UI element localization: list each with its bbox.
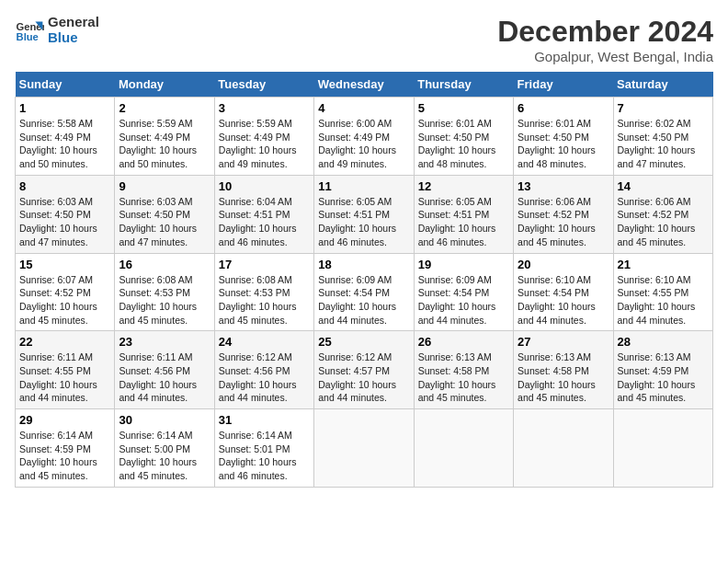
day-number: 9 (119, 179, 210, 193)
day-number: 15 (19, 258, 110, 271)
svg-text:Blue: Blue (17, 31, 39, 42)
logo-line2: Blue (48, 30, 99, 46)
day-number: 22 (19, 335, 110, 349)
day-number: 3 (219, 101, 310, 115)
day-header-sunday: Sunday (16, 72, 115, 98)
day-number: 23 (119, 335, 210, 349)
day-info: Sunrise: 6:03 AM Sunset: 4:50 PM Dayligh… (119, 195, 210, 249)
day-header-friday: Friday (514, 72, 613, 98)
calendar-day-23: 23Sunrise: 6:11 AM Sunset: 4:56 PM Dayli… (115, 331, 214, 409)
day-info: Sunrise: 6:01 AM Sunset: 4:50 PM Dayligh… (418, 117, 509, 171)
day-info: Sunrise: 6:06 AM Sunset: 4:52 PM Dayligh… (618, 195, 709, 249)
day-info: Sunrise: 6:12 AM Sunset: 4:56 PM Dayligh… (219, 350, 310, 405)
day-number: 2 (119, 101, 210, 115)
day-info: Sunrise: 6:13 AM Sunset: 4:58 PM Dayligh… (518, 350, 609, 405)
day-number: 5 (418, 101, 509, 115)
calendar-day-7: 7Sunrise: 6:02 AM Sunset: 4:50 PM Daylig… (613, 98, 712, 176)
calendar-day-12: 12Sunrise: 6:05 AM Sunset: 4:51 PM Dayli… (414, 175, 513, 253)
calendar-day-28: 28Sunrise: 6:13 AM Sunset: 4:59 PM Dayli… (613, 331, 712, 409)
day-number: 7 (618, 101, 709, 115)
day-info: Sunrise: 6:07 AM Sunset: 4:52 PM Dayligh… (19, 273, 110, 327)
day-number: 29 (19, 413, 110, 427)
calendar-day-27: 27Sunrise: 6:13 AM Sunset: 4:58 PM Dayli… (514, 331, 613, 409)
logo-icon: General Blue (15, 16, 44, 45)
day-info: Sunrise: 6:10 AM Sunset: 4:55 PM Dayligh… (618, 273, 709, 327)
day-info: Sunrise: 6:06 AM Sunset: 4:52 PM Dayligh… (518, 195, 609, 249)
day-info: Sunrise: 6:13 AM Sunset: 4:59 PM Dayligh… (618, 350, 709, 405)
empty-cell (514, 409, 613, 488)
day-number: 12 (418, 179, 509, 193)
day-number: 16 (119, 258, 210, 271)
day-number: 6 (518, 101, 609, 115)
empty-cell (314, 409, 414, 488)
day-info: Sunrise: 6:11 AM Sunset: 4:55 PM Dayligh… (19, 350, 110, 405)
day-number: 18 (318, 258, 409, 271)
calendar-day-30: 30Sunrise: 6:14 AM Sunset: 5:00 PM Dayli… (115, 409, 214, 488)
calendar-day-6: 6Sunrise: 6:01 AM Sunset: 4:50 PM Daylig… (514, 98, 613, 176)
empty-cell (613, 409, 712, 488)
day-number: 11 (318, 179, 409, 193)
day-number: 28 (618, 335, 709, 349)
day-number: 14 (618, 179, 709, 193)
calendar-day-4: 4Sunrise: 6:00 AM Sunset: 4:49 PM Daylig… (314, 98, 414, 176)
title-block: December 2024 Gopalpur, West Bengal, Ind… (497, 15, 713, 64)
day-info: Sunrise: 6:12 AM Sunset: 4:57 PM Dayligh… (318, 350, 409, 405)
day-info: Sunrise: 6:08 AM Sunset: 4:53 PM Dayligh… (119, 273, 210, 327)
day-info: Sunrise: 6:08 AM Sunset: 4:53 PM Dayligh… (219, 273, 310, 327)
day-info: Sunrise: 6:13 AM Sunset: 4:58 PM Dayligh… (418, 350, 509, 405)
empty-cell (414, 409, 513, 488)
calendar-day-13: 13Sunrise: 6:06 AM Sunset: 4:52 PM Dayli… (514, 175, 613, 253)
month-title: December 2024 (497, 15, 713, 49)
days-header-row: SundayMondayTuesdayWednesdayThursdayFrid… (16, 72, 713, 98)
calendar-week-1: 1Sunrise: 5:58 AM Sunset: 4:49 PM Daylig… (16, 98, 713, 176)
calendar-day-24: 24Sunrise: 6:12 AM Sunset: 4:56 PM Dayli… (214, 331, 313, 409)
day-header-monday: Monday (115, 72, 214, 98)
day-info: Sunrise: 6:10 AM Sunset: 4:54 PM Dayligh… (518, 273, 609, 327)
day-header-thursday: Thursday (414, 72, 513, 98)
calendar-day-19: 19Sunrise: 6:09 AM Sunset: 4:54 PM Dayli… (414, 253, 513, 331)
calendar-week-4: 22Sunrise: 6:11 AM Sunset: 4:55 PM Dayli… (16, 331, 713, 409)
location: Gopalpur, West Bengal, India (497, 49, 713, 64)
day-number: 10 (219, 179, 310, 193)
calendar-day-17: 17Sunrise: 6:08 AM Sunset: 4:53 PM Dayli… (214, 253, 313, 331)
calendar-week-2: 8Sunrise: 6:03 AM Sunset: 4:50 PM Daylig… (16, 175, 713, 253)
calendar-day-11: 11Sunrise: 6:05 AM Sunset: 4:51 PM Dayli… (314, 175, 414, 253)
calendar-day-8: 8Sunrise: 6:03 AM Sunset: 4:50 PM Daylig… (16, 175, 115, 253)
day-info: Sunrise: 6:02 AM Sunset: 4:50 PM Dayligh… (618, 117, 709, 171)
calendar-day-29: 29Sunrise: 6:14 AM Sunset: 4:59 PM Dayli… (16, 409, 115, 488)
calendar-day-9: 9Sunrise: 6:03 AM Sunset: 4:50 PM Daylig… (115, 175, 214, 253)
day-number: 17 (219, 258, 310, 271)
calendar-day-10: 10Sunrise: 6:04 AM Sunset: 4:51 PM Dayli… (214, 175, 313, 253)
calendar-day-20: 20Sunrise: 6:10 AM Sunset: 4:54 PM Dayli… (514, 253, 613, 331)
calendar-table: SundayMondayTuesdayWednesdayThursdayFrid… (15, 72, 713, 488)
day-number: 26 (418, 335, 509, 349)
calendar-week-3: 15Sunrise: 6:07 AM Sunset: 4:52 PM Dayli… (16, 253, 713, 331)
day-info: Sunrise: 6:11 AM Sunset: 4:56 PM Dayligh… (119, 350, 210, 405)
day-info: Sunrise: 6:09 AM Sunset: 4:54 PM Dayligh… (318, 273, 409, 327)
calendar-day-14: 14Sunrise: 6:06 AM Sunset: 4:52 PM Dayli… (613, 175, 712, 253)
day-header-saturday: Saturday (613, 72, 712, 98)
day-number: 31 (219, 413, 310, 427)
calendar-day-31: 31Sunrise: 6:14 AM Sunset: 5:01 PM Dayli… (214, 409, 313, 488)
logo-line1: General (48, 15, 99, 30)
day-info: Sunrise: 6:01 AM Sunset: 4:50 PM Dayligh… (518, 117, 609, 171)
day-number: 27 (518, 335, 609, 349)
day-info: Sunrise: 6:14 AM Sunset: 5:00 PM Dayligh… (119, 429, 210, 483)
day-info: Sunrise: 6:03 AM Sunset: 4:50 PM Dayligh… (19, 195, 110, 249)
day-number: 30 (119, 413, 210, 427)
logo: General Blue General Blue (15, 15, 99, 45)
day-number: 21 (618, 258, 709, 271)
calendar-day-1: 1Sunrise: 5:58 AM Sunset: 4:49 PM Daylig… (16, 98, 115, 176)
day-info: Sunrise: 6:04 AM Sunset: 4:51 PM Dayligh… (219, 195, 310, 249)
day-info: Sunrise: 5:59 AM Sunset: 4:49 PM Dayligh… (119, 117, 210, 171)
day-info: Sunrise: 6:14 AM Sunset: 4:59 PM Dayligh… (19, 429, 110, 483)
day-header-tuesday: Tuesday (214, 72, 313, 98)
day-number: 20 (518, 258, 609, 271)
day-number: 19 (418, 258, 509, 271)
day-number: 4 (318, 101, 409, 115)
day-info: Sunrise: 6:05 AM Sunset: 4:51 PM Dayligh… (418, 195, 509, 249)
day-info: Sunrise: 6:00 AM Sunset: 4:49 PM Dayligh… (318, 117, 409, 171)
calendar-day-26: 26Sunrise: 6:13 AM Sunset: 4:58 PM Dayli… (414, 331, 513, 409)
day-number: 25 (318, 335, 409, 349)
calendar-day-25: 25Sunrise: 6:12 AM Sunset: 4:57 PM Dayli… (314, 331, 414, 409)
